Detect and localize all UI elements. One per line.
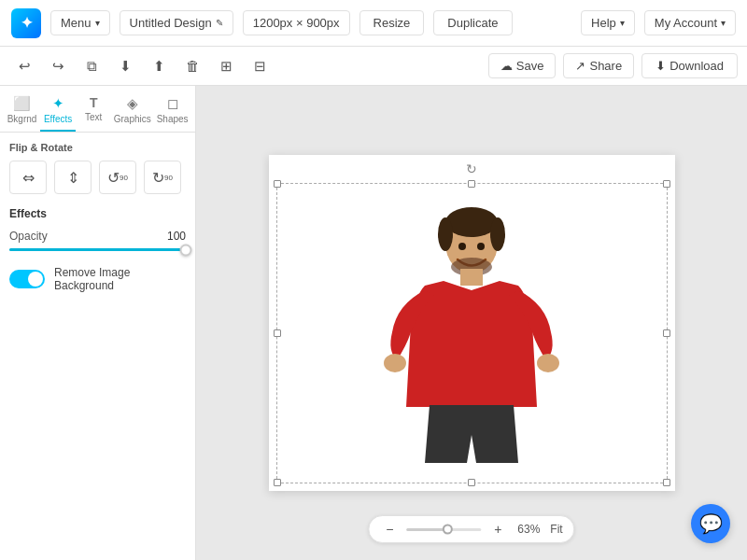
menu-label: Menu	[61, 16, 92, 30]
left-panel: ⬜ Bkgrnd ✦ Effects T Text ◈ Graphics ◻ S…	[0, 86, 196, 560]
dimensions-display: 1200px × 900px	[243, 10, 350, 35]
resize-button[interactable]: Resize	[359, 10, 425, 35]
flip-vertical-button[interactable]: ⇕	[54, 161, 92, 194]
graphics-icon: ◈	[127, 95, 138, 112]
help-button[interactable]: Help ▾	[581, 10, 635, 35]
handle-bottom-mid[interactable]	[468, 479, 475, 486]
zoom-bar: − + 63% Fit	[368, 515, 574, 543]
rotate-ccw-button[interactable]: ↺90	[99, 161, 136, 194]
handle-bottom-right[interactable]	[663, 479, 670, 486]
effects-section-label: Effects	[9, 207, 186, 220]
chat-button[interactable]: 💬	[691, 504, 730, 543]
remove-bg-row: Remove Image Background	[9, 266, 186, 292]
svg-point-5	[477, 243, 485, 250]
opacity-value: 100	[167, 230, 186, 243]
share-icon: ↗	[575, 59, 585, 73]
zoom-fit-button[interactable]: Fit	[550, 523, 562, 536]
menu-button[interactable]: Menu ▾	[50, 10, 110, 35]
account-label: My Account	[655, 16, 717, 30]
flip-rotate-label: Flip & Rotate	[9, 142, 186, 153]
zoom-out-button[interactable]: −	[380, 520, 399, 539]
duplicate-label: Duplicate	[447, 16, 498, 30]
save-icon: ☁	[500, 59, 513, 73]
copy-button[interactable]: ⧉	[77, 51, 106, 81]
svg-point-8	[384, 354, 406, 372]
top-right-actions: Help ▾ My Account ▾	[581, 10, 736, 35]
text-icon: T	[90, 95, 98, 110]
design-title-text: Untitled Design	[130, 16, 212, 30]
tab-shapes[interactable]: ◻ Shapes	[153, 91, 191, 132]
tab-text[interactable]: T Text	[76, 91, 111, 132]
tab-shapes-label: Shapes	[157, 114, 189, 124]
shapes-icon: ◻	[167, 95, 178, 112]
toolbar-right: ☁ Save ↗ Share ⬇ Download	[488, 53, 738, 78]
resize-label: Resize	[374, 16, 411, 30]
svg-point-9	[537, 354, 559, 372]
handle-right-mid[interactable]	[663, 329, 670, 337]
share-button[interactable]: ↗ Share	[563, 53, 634, 78]
download-button[interactable]: ⬇ Download	[641, 53, 738, 78]
rotate-handle[interactable]: ↻	[464, 161, 479, 176]
remove-bg-label: Remove Image Background	[54, 266, 186, 292]
zoom-in-button[interactable]: +	[488, 520, 507, 539]
design-title[interactable]: Untitled Design ✎	[120, 10, 233, 35]
help-chevron-icon: ▾	[620, 18, 625, 28]
tab-bkgrnd[interactable]: ⬜ Bkgrnd	[4, 91, 40, 132]
download-label: Download	[669, 59, 724, 73]
account-chevron-icon: ▾	[721, 18, 726, 28]
handle-left-mid[interactable]	[274, 329, 281, 337]
menu-chevron-icon: ▾	[95, 18, 100, 28]
handle-bottom-left[interactable]	[274, 479, 281, 486]
save-label: Save	[516, 59, 544, 73]
duplicate-button[interactable]: Duplicate	[433, 10, 512, 35]
redo-button[interactable]: ↪	[43, 51, 73, 81]
help-label: Help	[591, 16, 616, 30]
handle-top-right[interactable]	[663, 180, 670, 188]
canvas-area[interactable]: ↻	[196, 86, 747, 560]
svg-point-4	[458, 243, 466, 250]
flip-horizontal-button[interactable]: ⇔	[9, 161, 47, 194]
top-bar: ✦ Menu ▾ Untitled Design ✎ 1200px × 900p…	[0, 0, 747, 47]
toolbar: ↩ ↪ ⧉ ⬇ ⬆ 🗑 ⊞ ⊟ ☁ Save ↗ Share ⬇ Downloa…	[0, 47, 747, 86]
bkgrnd-icon: ⬜	[13, 95, 31, 112]
rotate-cw-button[interactable]: ↻90	[144, 161, 181, 194]
undo-button[interactable]: ↩	[9, 51, 39, 81]
opacity-row: Opacity 100	[9, 230, 186, 243]
svg-point-1	[445, 207, 498, 237]
design-title-edit-icon: ✎	[216, 18, 223, 28]
tab-text-label: Text	[85, 112, 102, 122]
dimensions-text: 1200px × 900px	[253, 16, 340, 30]
tab-bkgrnd-label: Bkgrnd	[7, 114, 37, 124]
account-button[interactable]: My Account ▾	[644, 10, 736, 35]
handle-top-mid[interactable]	[468, 180, 475, 188]
svg-point-2	[438, 217, 453, 251]
flip-rotate-row: ⇔ ⇕ ↺90 ↻90	[9, 161, 186, 194]
remove-bg-toggle[interactable]	[9, 270, 45, 288]
svg-point-3	[490, 217, 505, 251]
share-label: Share	[589, 59, 622, 73]
logo-icon: ✦	[11, 8, 41, 38]
save-button[interactable]: ☁ Save	[488, 53, 557, 78]
handle-top-left[interactable]	[274, 180, 281, 188]
align-button[interactable]: ⊟	[245, 51, 275, 81]
chat-icon: 💬	[699, 512, 723, 535]
opacity-slider[interactable]	[9, 248, 186, 251]
layer-down-button[interactable]: ⬇	[110, 51, 140, 81]
canvas: ↻	[269, 155, 675, 491]
layer-up-button[interactable]: ⬆	[144, 51, 174, 81]
tab-graphics[interactable]: ◈ Graphics	[111, 91, 153, 132]
zoom-percentage: 63%	[514, 523, 543, 536]
download-icon: ⬇	[655, 59, 666, 73]
opacity-label: Opacity	[9, 230, 48, 243]
panel-tabs: ⬜ Bkgrnd ✦ Effects T Text ◈ Graphics ◻ S…	[0, 86, 195, 133]
zoom-slider[interactable]	[406, 528, 481, 531]
tab-effects[interactable]: ✦ Effects	[40, 91, 76, 132]
tab-graphics-label: Graphics	[114, 114, 151, 124]
delete-button[interactable]: 🗑	[177, 51, 207, 81]
tab-effects-label: Effects	[44, 114, 72, 124]
person-image	[378, 202, 565, 463]
grid-button[interactable]: ⊞	[211, 51, 241, 81]
svg-rect-7	[460, 269, 483, 286]
effects-icon: ✦	[52, 95, 64, 112]
main-layout: ⬜ Bkgrnd ✦ Effects T Text ◈ Graphics ◻ S…	[0, 86, 747, 560]
